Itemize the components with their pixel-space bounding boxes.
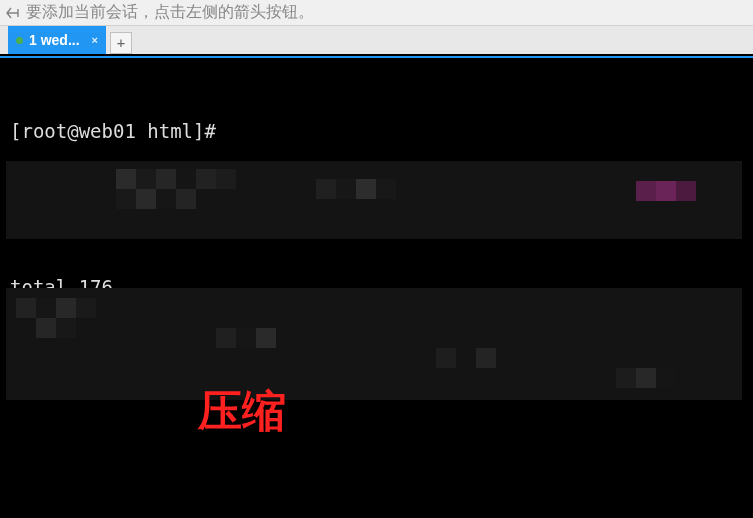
redacted-region xyxy=(6,288,742,400)
toolbar: 要添加当前会话，点击左侧的箭头按钮。 xyxy=(0,0,753,26)
arrow-left-icon[interactable] xyxy=(4,4,22,22)
annotation-compress-label: 压缩 xyxy=(198,398,286,424)
tab-bar: 1 wed... × + xyxy=(0,26,753,56)
terminal-bottom: e.pnp [root@web01 html]# unzip kaoshi.zi… xyxy=(10,458,422,518)
terminal-line: e.pnp xyxy=(10,510,422,518)
terminal-line: [root@web01 html]# xyxy=(10,118,743,144)
add-tab-button[interactable]: + xyxy=(110,32,132,54)
redacted-region xyxy=(6,161,742,239)
plus-icon: + xyxy=(117,35,125,51)
close-icon[interactable]: × xyxy=(92,34,98,46)
tab-session-1[interactable]: 1 wed... × xyxy=(8,26,106,54)
status-dot-icon xyxy=(16,37,23,44)
tab-label: 1 wed... xyxy=(29,32,80,48)
terminal-pane[interactable]: [root@web01 html]# [root@web01 html]# ll… xyxy=(0,56,753,518)
session-hint-text: 要添加当前会话，点击左侧的箭头按钮。 xyxy=(26,2,314,23)
